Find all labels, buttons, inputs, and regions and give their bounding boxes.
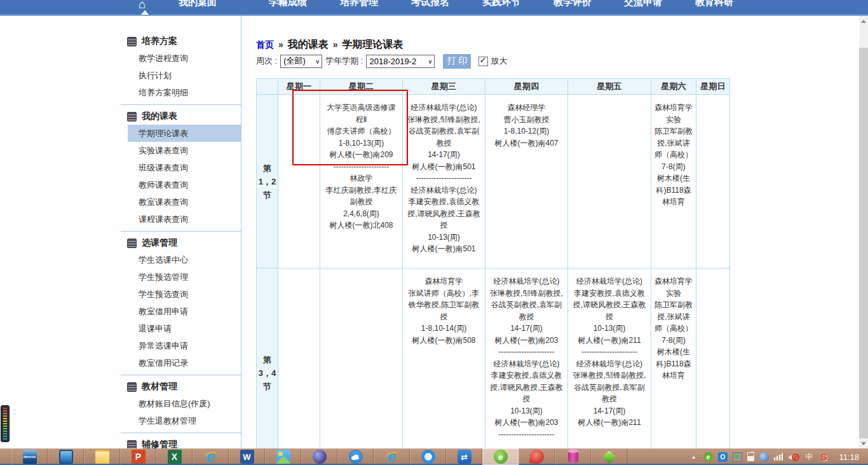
tray-expand-icon[interactable]: ▲ <box>689 452 698 462</box>
day-header: 星期五 <box>568 79 651 95</box>
schedule-cell: 森林培育学张斌讲师（高校）,李铁华教授,陈卫军副教授1-8,10-14(周)树人… <box>403 268 485 465</box>
nav-tab-5[interactable]: 实践环节 <box>463 0 539 8</box>
file-explorer-button[interactable] <box>84 448 120 465</box>
sidebar-section-header: 培养方案 <box>127 33 241 50</box>
timetable-row: 第3，4节森林培育学张斌讲师（高校）,李铁华教授,陈卫军副教授1-8,10-14… <box>257 268 730 465</box>
green-gem-app-icon <box>602 450 616 463</box>
course-separator: ---------------------- <box>406 172 482 184</box>
course-block: 经济林栽培学(总论)张琳教授,邹锋副教授,谷战英副教授,袁军副教授14-17(周… <box>489 275 564 346</box>
nav-tab-6[interactable]: 教学评价 <box>534 0 611 8</box>
sidebar-item[interactable]: 执行计划 <box>128 67 241 84</box>
course-block: 森林培育学实验陈卫军副教授,张斌讲师（高校）7-8(周)树木楼(生科)B118森… <box>654 102 693 208</box>
qq-browser-button[interactable] <box>410 448 446 465</box>
photos-button[interactable] <box>265 448 301 465</box>
internet-explorer-2-button[interactable]: e <box>374 448 410 465</box>
sidebar-section-title: 教材管理 <box>142 381 177 392</box>
sidebar-item[interactable]: 学生预选管理 <box>128 268 241 286</box>
day-header: 星期三 <box>403 79 485 95</box>
term-select-value: 2018-2019-2 <box>369 57 416 66</box>
excel-button[interactable]: X <box>156 448 193 465</box>
sidebar-item[interactable]: 实验课表查询 <box>128 142 241 159</box>
day-header: 星期日 <box>696 79 730 95</box>
scrollbar-down-arrow-icon[interactable] <box>859 438 868 449</box>
course-block: 经济林栽培学(总论)张琳教授,邹锋副教授,谷战英副教授,袁军副教授14-17(周… <box>571 358 648 429</box>
schedule-cell: 森林经理学曹小玉副教授1-8,10-12(周)树人楼(一教)南407 <box>485 95 568 268</box>
tray-display-icon[interactable] <box>733 452 742 462</box>
sidebar-item[interactable]: 学生退教材管理 <box>128 412 241 429</box>
sidebar-item[interactable]: 教师课表查询 <box>128 176 241 193</box>
course-block: 经济林栽培学(总论)张琳教授,邹锋副教授,谷战英副教授,袁军副教授14-17(周… <box>406 102 482 172</box>
browser-360-button[interactable]: e <box>482 448 519 465</box>
tray-battery-icon[interactable] <box>747 452 754 461</box>
schedule-cell <box>568 95 651 268</box>
scrollbar-thumb[interactable] <box>859 48 868 440</box>
scrollbar-up-arrow-icon[interactable] <box>859 16 868 27</box>
nav-tab-1[interactable]: 我的桌面 <box>159 0 236 8</box>
sidebar-item[interactable]: 培养方案明细 <box>128 84 241 101</box>
sidebar-section-divider <box>121 104 241 105</box>
day-header: 星期四 <box>485 79 568 95</box>
tray-sogou-icon[interactable]: S <box>819 452 829 462</box>
sidebar-item[interactable]: 班级课表查询 <box>128 159 241 176</box>
database-app-button[interactable] <box>555 448 591 465</box>
lenovo-button[interactable]: lenovo <box>11 448 48 465</box>
course-separator: ---------------------- <box>571 346 648 358</box>
sidebar-item[interactable]: 学生选课中心 <box>128 251 241 268</box>
nav-tab-4[interactable]: 考试报名 <box>392 0 468 8</box>
home-icon: ⌂ <box>139 0 146 11</box>
sidebar-item[interactable]: 退课申请 <box>128 320 241 337</box>
sidebar-item[interactable]: 课程课表查询 <box>128 211 241 228</box>
nav-tab-3[interactable]: 培养管理 <box>321 0 397 8</box>
schedule-cell <box>696 95 730 268</box>
tray-ime-icon[interactable]: 中 <box>804 452 814 462</box>
tray-360-icon[interactable]: e <box>703 452 713 462</box>
tray-network-icon[interactable] <box>759 452 769 462</box>
sidebar-section-divider <box>121 433 241 433</box>
breadcrumb-home-link[interactable]: 首页 <box>256 39 274 51</box>
tray-volume-muted-icon[interactable] <box>788 452 799 462</box>
course-block: 经济林栽培学(总论)李建安教授,袁德义教授,谭晓风教授,王森教授10-13(周)… <box>489 358 564 429</box>
notebook-icon <box>127 382 137 392</box>
tray-signal-icon[interactable] <box>774 453 783 461</box>
screen: ⌂ 我的桌面学籍成绩培养管理考试报名实践环节教学评价交流申请教育科研 培养方案教… <box>0 0 868 465</box>
sidebar-item[interactable]: 学生预选查询 <box>128 286 241 303</box>
word-icon: W <box>240 450 254 464</box>
file-explorer-icon <box>95 450 109 464</box>
teamviewer-button[interactable]: ⇄ <box>446 448 482 465</box>
wireless-display-icon <box>59 450 73 464</box>
database-app-icon <box>568 450 578 463</box>
green-gem-app-button[interactable] <box>591 448 627 465</box>
nav-tab-7[interactable]: 交流申请 <box>605 0 681 8</box>
sidebar-section-header: 选课管理 <box>127 235 241 251</box>
vertical-scrollbar[interactable] <box>859 16 868 449</box>
print-button[interactable]: 打 印 <box>443 54 471 69</box>
sidebar-item[interactable]: 教室课表查询 <box>128 193 241 211</box>
sidebar-item[interactable]: 教室借用记录 <box>128 354 241 371</box>
media-app-icon <box>313 450 327 464</box>
nav-tab-2[interactable]: 学籍成绩 <box>250 0 326 8</box>
course-block: 森林培育学张斌讲师（高校）,李铁华教授,陈卫军副教授1-8,10-14(周)树人… <box>406 275 482 346</box>
powerpoint-button[interactable]: P <box>120 448 156 465</box>
sidebar-item[interactable]: 学期理论课表 <box>128 125 241 142</box>
sidebar-item[interactable]: 教学进程查询 <box>128 50 241 67</box>
course-block: 经济林栽培学(总论)李建安教授,袁德义教授,谭晓风教授,王森教授10-13(周)… <box>571 275 648 346</box>
cloud-app-button[interactable] <box>337 448 374 465</box>
wireless-display-button[interactable] <box>48 448 84 465</box>
week-select[interactable]: (全部) ∨ <box>280 55 322 68</box>
course-block: 经济林栽培学(总论)李建安教授,袁德义教授,谭晓风教授,王森教授10-13(周)… <box>406 184 482 255</box>
day-header: 星期六 <box>651 79 696 95</box>
zoom-checkbox[interactable] <box>478 57 488 66</box>
term-select[interactable]: 2018-2019-2 ∨ <box>366 55 435 68</box>
internet-explorer-button[interactable]: e <box>193 448 229 465</box>
breadcrumb-item: 我的课表 <box>288 38 329 52</box>
word-button[interactable]: W <box>229 448 265 465</box>
tray-blue-o-icon[interactable]: O <box>718 452 728 462</box>
sidebar-item[interactable]: 异常选课申请 <box>128 337 241 354</box>
red-media-app-button[interactable] <box>519 448 555 465</box>
sidebar-item[interactable]: 教材账目信息(作废) <box>128 395 241 412</box>
media-app-button[interactable] <box>301 448 337 465</box>
nav-tab-8[interactable]: 教育科研 <box>676 0 752 8</box>
cloud-app-icon <box>349 450 363 464</box>
sidebar-item[interactable]: 教室借用申请 <box>128 303 241 320</box>
nav-home-tab[interactable]: ⌂ <box>139 0 146 11</box>
